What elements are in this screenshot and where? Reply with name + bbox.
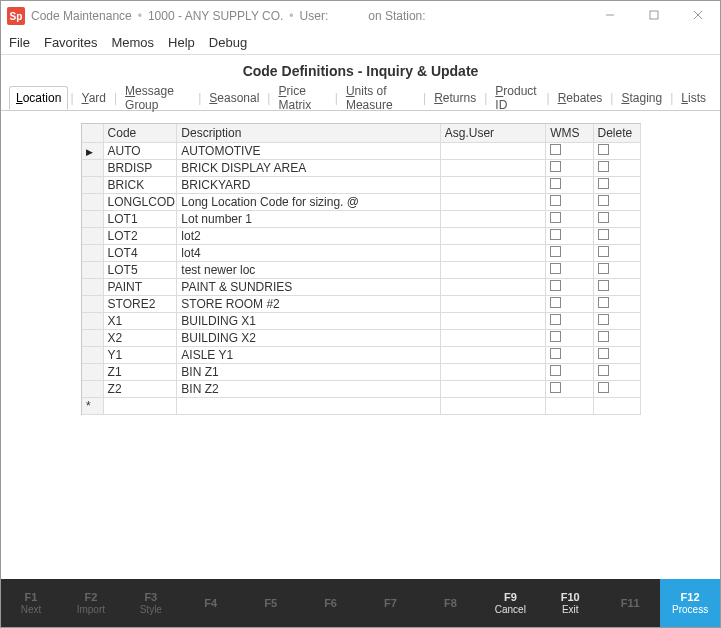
tab-location[interactable]: Location — [9, 86, 68, 110]
table-row[interactable]: X2BUILDING X2 — [82, 329, 641, 346]
cell-delete[interactable] — [593, 176, 640, 193]
table-row[interactable]: Z1BIN Z1 — [82, 363, 641, 380]
wms-checkbox[interactable] — [550, 280, 561, 291]
table-row[interactable]: Z2BIN Z2 — [82, 380, 641, 397]
wms-checkbox[interactable] — [550, 297, 561, 308]
cell-wms[interactable] — [546, 244, 593, 261]
cell-wms[interactable] — [546, 329, 593, 346]
cell-delete[interactable] — [593, 193, 640, 210]
cell-wms[interactable] — [546, 363, 593, 380]
tab-rebates[interactable]: Rebates — [552, 87, 609, 109]
delete-checkbox[interactable] — [598, 314, 609, 325]
cell-description[interactable]: BIN Z2 — [177, 380, 440, 397]
table-row[interactable]: X1BUILDING X1 — [82, 312, 641, 329]
cell-code[interactable]: LOT4 — [103, 244, 177, 261]
cell-delete[interactable] — [593, 312, 640, 329]
menu-debug[interactable]: Debug — [209, 35, 247, 50]
cell-wms[interactable] — [546, 295, 593, 312]
cell-delete[interactable] — [593, 227, 640, 244]
tab-seasonal[interactable]: Seasonal — [203, 87, 265, 109]
cell-asg-user[interactable] — [440, 176, 545, 193]
cell-wms[interactable] — [546, 193, 593, 210]
cell-asg-user[interactable] — [440, 244, 545, 261]
fkey-f9[interactable]: F9Cancel — [480, 579, 540, 627]
cell-delete[interactable] — [593, 295, 640, 312]
cell-description[interactable]: AUTOMOTIVE — [177, 142, 440, 159]
tab-staging[interactable]: Staging — [615, 87, 668, 109]
menu-help[interactable]: Help — [168, 35, 195, 50]
tab-returns[interactable]: Returns — [428, 87, 482, 109]
fkey-f12[interactable]: F12Process — [660, 579, 720, 627]
fkey-f7[interactable]: F7 — [361, 579, 421, 627]
fkey-f11[interactable]: F11 — [600, 579, 660, 627]
table-row[interactable]: STORE2STORE ROOM #2 — [82, 295, 641, 312]
code-grid[interactable]: Code Description Asg.User WMS Delete AUT… — [81, 123, 641, 415]
wms-checkbox[interactable] — [550, 365, 561, 376]
cell-description[interactable]: BUILDING X1 — [177, 312, 440, 329]
cell-delete[interactable] — [593, 159, 640, 176]
cell-wms[interactable] — [546, 380, 593, 397]
new-row[interactable]: * — [82, 397, 641, 414]
col-wms[interactable]: WMS — [546, 124, 593, 142]
cell-delete[interactable] — [593, 380, 640, 397]
cell-code[interactable]: AUTO — [103, 142, 177, 159]
fkey-f6[interactable]: F6 — [301, 579, 361, 627]
cell-description[interactable]: BIN Z1 — [177, 363, 440, 380]
cell-code[interactable]: LOT5 — [103, 261, 177, 278]
cell-code[interactable]: Y1 — [103, 346, 177, 363]
tab-yard[interactable]: Yard — [76, 87, 112, 109]
table-row[interactable]: PAINTPAINT & SUNDRIES — [82, 278, 641, 295]
wms-checkbox[interactable] — [550, 331, 561, 342]
cell-asg-user[interactable] — [440, 142, 545, 159]
cell-description[interactable]: Long Location Code for sizing. @ — [177, 193, 440, 210]
cell-asg-user[interactable] — [440, 193, 545, 210]
delete-checkbox[interactable] — [598, 212, 609, 223]
wms-checkbox[interactable] — [550, 144, 561, 155]
cell-delete[interactable] — [593, 329, 640, 346]
cell-wms[interactable] — [546, 346, 593, 363]
wms-checkbox[interactable] — [550, 263, 561, 274]
cell-wms[interactable] — [546, 227, 593, 244]
cell-code[interactable]: LONGLCOD — [103, 193, 177, 210]
cell-description[interactable]: lot4 — [177, 244, 440, 261]
fkey-f10[interactable]: F10Exit — [540, 579, 600, 627]
cell-code[interactable]: BRDISP — [103, 159, 177, 176]
cell-wms[interactable] — [546, 142, 593, 159]
table-row[interactable]: LOT5test newer loc — [82, 261, 641, 278]
maximize-button[interactable] — [632, 1, 676, 29]
cell-wms[interactable] — [546, 176, 593, 193]
menu-memos[interactable]: Memos — [111, 35, 154, 50]
delete-checkbox[interactable] — [598, 161, 609, 172]
delete-checkbox[interactable] — [598, 195, 609, 206]
delete-checkbox[interactable] — [598, 178, 609, 189]
col-delete[interactable]: Delete — [593, 124, 640, 142]
cell-code[interactable]: X2 — [103, 329, 177, 346]
cell-code[interactable]: Z1 — [103, 363, 177, 380]
cell-description[interactable]: STORE ROOM #2 — [177, 295, 440, 312]
fkey-f8[interactable]: F8 — [420, 579, 480, 627]
cell-description[interactable]: BUILDING X2 — [177, 329, 440, 346]
cell-wms[interactable] — [546, 159, 593, 176]
fkey-f1[interactable]: F1Next — [1, 579, 61, 627]
delete-checkbox[interactable] — [598, 331, 609, 342]
cell-asg-user[interactable] — [440, 210, 545, 227]
col-asg-user[interactable]: Asg.User — [440, 124, 545, 142]
delete-checkbox[interactable] — [598, 297, 609, 308]
table-row[interactable]: AUTOAUTOMOTIVE — [82, 142, 641, 159]
cell-asg-user[interactable] — [440, 159, 545, 176]
cell-asg-user[interactable] — [440, 329, 545, 346]
cell-code[interactable]: X1 — [103, 312, 177, 329]
cell-delete[interactable] — [593, 278, 640, 295]
menu-file[interactable]: File — [9, 35, 30, 50]
cell-asg-user[interactable] — [440, 261, 545, 278]
cell-code[interactable]: Z2 — [103, 380, 177, 397]
delete-checkbox[interactable] — [598, 348, 609, 359]
cell-description[interactable]: BRICKYARD — [177, 176, 440, 193]
cell-description[interactable]: Lot number 1 — [177, 210, 440, 227]
cell-delete[interactable] — [593, 244, 640, 261]
cell-description[interactable]: lot2 — [177, 227, 440, 244]
wms-checkbox[interactable] — [550, 314, 561, 325]
cell-description[interactable] — [177, 397, 440, 414]
cell-description[interactable]: test newer loc — [177, 261, 440, 278]
delete-checkbox[interactable] — [598, 246, 609, 257]
